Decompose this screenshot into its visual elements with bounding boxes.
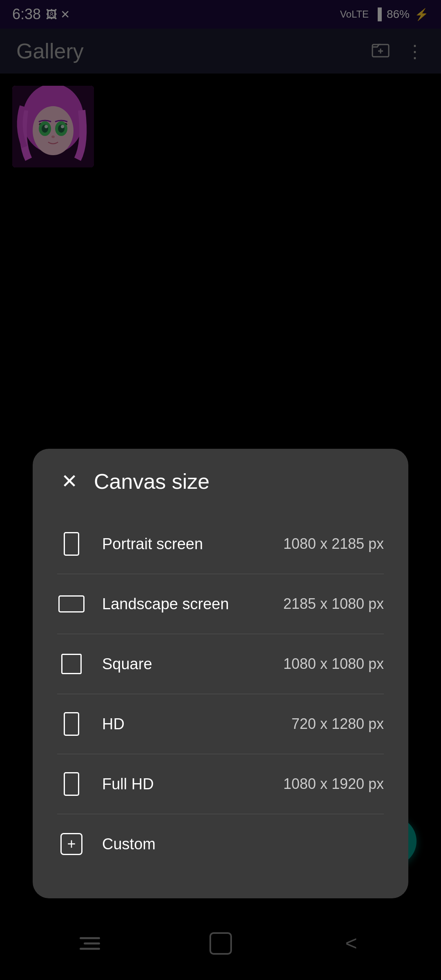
canvas-name-custom: Custom xyxy=(102,835,156,853)
canvas-name-hd: HD xyxy=(102,715,125,733)
canvas-name-square: Square xyxy=(102,655,152,673)
canvas-size-portrait: 1080 x 2185 px xyxy=(283,535,384,552)
custom-add-icon: + xyxy=(60,833,82,855)
close-button[interactable]: ✕ xyxy=(57,469,82,494)
square-icon xyxy=(57,650,86,678)
canvas-name-fullhd: Full HD xyxy=(102,775,154,793)
fullhd-icon xyxy=(57,770,86,798)
canvas-size-fullhd: 1080 x 1920 px xyxy=(283,775,384,793)
canvas-size-list: Portrait screen 1080 x 2185 px Landscape… xyxy=(57,514,384,874)
modal-header: ✕ Canvas size xyxy=(57,469,384,494)
close-icon: ✕ xyxy=(61,472,78,491)
portrait-icon xyxy=(57,530,86,558)
canvas-item-info-landscape: Landscape screen 2185 x 1080 px xyxy=(102,595,384,613)
canvas-item-info-square: Square 1080 x 1080 px xyxy=(102,655,384,673)
hd-icon xyxy=(57,710,86,738)
canvas-item-custom[interactable]: + Custom xyxy=(57,814,384,874)
canvas-name-landscape: Landscape screen xyxy=(102,595,229,613)
canvas-item-landscape[interactable]: Landscape screen 2185 x 1080 px xyxy=(57,574,384,634)
canvas-item-info-fullhd: Full HD 1080 x 1920 px xyxy=(102,775,384,793)
canvas-size-landscape: 2185 x 1080 px xyxy=(283,595,384,612)
canvas-item-hd[interactable]: HD 720 x 1280 px xyxy=(57,694,384,754)
canvas-name-portrait: Portrait screen xyxy=(102,535,203,553)
canvas-item-portrait[interactable]: Portrait screen 1080 x 2185 px xyxy=(57,514,384,574)
canvas-item-square[interactable]: Square 1080 x 1080 px xyxy=(57,634,384,694)
landscape-icon xyxy=(57,590,86,618)
canvas-item-fullhd[interactable]: Full HD 1080 x 1920 px xyxy=(57,754,384,814)
canvas-size-hd: 720 x 1280 px xyxy=(292,715,384,733)
canvas-item-info-custom: Custom xyxy=(102,835,384,853)
canvas-size-modal: ✕ Canvas size Portrait screen 1080 x 218… xyxy=(33,449,408,898)
canvas-size-square: 1080 x 1080 px xyxy=(283,655,384,673)
modal-title: Canvas size xyxy=(94,469,209,494)
canvas-item-info-hd: HD 720 x 1280 px xyxy=(102,715,384,733)
canvas-item-info-portrait: Portrait screen 1080 x 2185 px xyxy=(102,535,384,553)
custom-icon: + xyxy=(57,830,86,858)
